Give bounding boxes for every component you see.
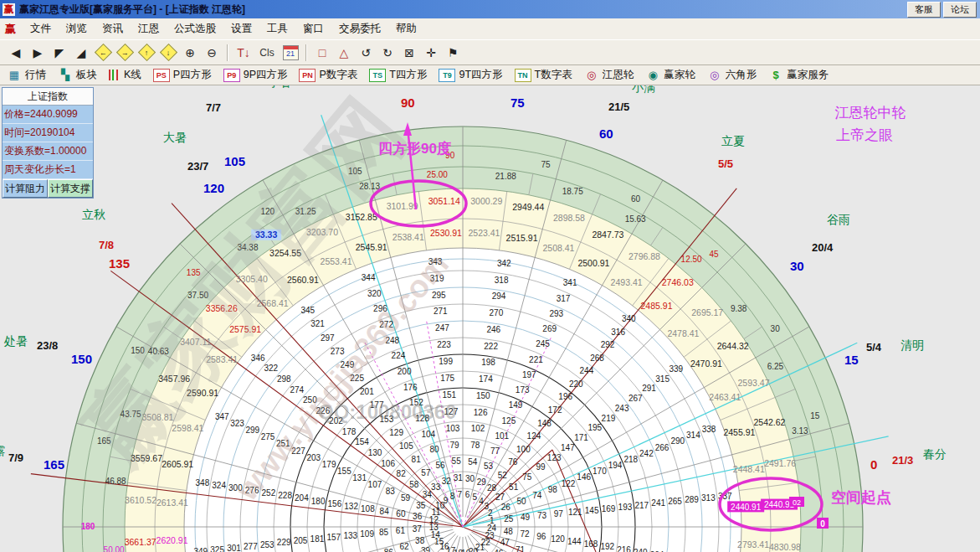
tool-sectors[interactable]: ▚板块 (58, 68, 97, 82)
tool-winner-service[interactable]: $赢家服务 (768, 68, 829, 82)
spiral-number: 338 (702, 425, 716, 434)
tool-t-square[interactable]: TST四方形 (369, 68, 427, 82)
tool-9t-square[interactable]: T99T四方形 (439, 68, 502, 82)
9p-square-icon: P9 (223, 69, 240, 82)
spiral-number: 4 (479, 497, 484, 506)
tool-hexagon[interactable]: ◎六角形 (707, 68, 757, 82)
menu-item-江恩[interactable]: 江恩 (131, 20, 167, 38)
eye-annotation-line1: 江恩轮中轮 (835, 105, 906, 121)
spiral-number: 325 (210, 545, 224, 552)
spiral-number: 294 (492, 291, 506, 301)
spiral-number: 27 (495, 493, 505, 502)
origin-price-value: 2440.91 (731, 503, 762, 512)
date-label: 5/5 (718, 157, 733, 170)
tool-winner-wheel[interactable]: ◉赢家轮 (645, 68, 695, 82)
menu-item-公式选股[interactable]: 公式选股 (167, 20, 223, 38)
spiral-number: 174 (479, 374, 493, 384)
solar-term-label: 白露 (0, 444, 5, 457)
spiral-number: 151 (442, 390, 456, 400)
spiral-number: 130 (368, 448, 382, 457)
outer-angle-label: 90 (401, 95, 415, 110)
cursor-up-button[interactable]: ◤ (49, 44, 69, 62)
zoom-out-button[interactable]: ⊖ (202, 44, 222, 62)
spiral-number: 216 (617, 545, 631, 552)
calendar-button[interactable]: 21 (280, 44, 300, 62)
price-inner-label: 2478.41 (667, 328, 699, 338)
cls-button[interactable]: Cls (255, 44, 279, 62)
cursor-down-button[interactable]: ◢ (71, 44, 91, 62)
calc-resistance-button[interactable]: 计算阻力 (3, 179, 48, 198)
pan-down-button[interactable]: ↓ (158, 44, 178, 62)
menu-item-帮助[interactable]: 帮助 (388, 20, 424, 38)
menu-item-交易委托[interactable]: 交易委托 (331, 20, 388, 38)
spiral-number: 219 (602, 414, 616, 423)
price-inner-label: 2470.91 (690, 359, 722, 369)
degree-label: 30 (771, 324, 781, 333)
menu-item-窗口[interactable]: 窗口 (295, 20, 331, 38)
percent-label: 9.38 (731, 304, 747, 313)
menu-item-设置[interactable]: 设置 (223, 20, 259, 38)
forum-button[interactable]: 论坛 (943, 2, 977, 18)
price-outer-label: 2593.47 (738, 378, 770, 388)
price-outer-label: 3000.29 (470, 196, 502, 206)
flag-tool-button[interactable]: ⚑ (443, 44, 463, 62)
index-field-2: 变换系数=1.00000 (3, 142, 93, 161)
spiral-number: 170 (593, 467, 607, 476)
window-title: 赢家江恩专业版[赢家服务平台] - [上证指数 江恩轮] (19, 3, 245, 17)
menu-item-浏览[interactable]: 浏览 (59, 20, 95, 38)
square-tool-button[interactable]: □ (312, 44, 332, 62)
spiral-number: 181 (310, 534, 325, 544)
toolbar-separator (305, 44, 307, 61)
spiral-number: 265 (668, 497, 682, 506)
crosshair-tool-button[interactable]: ✛ (421, 44, 441, 62)
tool-gann-wheel[interactable]: ◎江恩轮 (584, 68, 634, 82)
price-outer-label: 2491.76 (764, 458, 796, 468)
menu-item-资讯[interactable]: 资讯 (95, 20, 131, 38)
menu-item-工具[interactable]: 工具 (259, 20, 295, 38)
nav-back-button[interactable]: ◀ (6, 44, 26, 62)
calc-support-button[interactable]: 计算支撑 (48, 179, 93, 198)
spiral-number: 178 (342, 427, 357, 436)
triangle-tool-button[interactable]: △ (334, 44, 354, 62)
spiral-number: 61 (396, 526, 406, 535)
outer-angle-label: 60 (599, 126, 613, 141)
price-outer-label: 4830.98 (769, 542, 801, 552)
nav-forward-button[interactable]: ▶ (28, 44, 48, 62)
pan-right-button[interactable]: → (115, 44, 135, 62)
index-fields: 价格=2440.9099时间=20190104变换系数=1.00000周天变化步… (3, 106, 93, 179)
solar-term-label: 立秋 (82, 208, 105, 221)
spiral-number: 82 (397, 469, 407, 478)
9t-square-icon: T9 (439, 69, 455, 82)
sectors-icon: ▚ (58, 70, 73, 81)
spiral-number: 109 (360, 529, 374, 539)
tool-t-table[interactable]: TNT数字表 (515, 68, 572, 82)
spiral-number: 37 (413, 524, 423, 534)
menu-bar: 赢 文件浏览资讯江恩公式选股设置工具窗口交易委托帮助 (0, 18, 980, 40)
spiral-number: 169 (602, 504, 616, 513)
spiral-number: 25 (504, 514, 514, 524)
solar-term-label: 谷雨 (827, 213, 850, 226)
tool-p-table[interactable]: PNP数字表 (299, 68, 357, 82)
spiral-number: 51 (509, 482, 519, 492)
solar-term-label: 处暑 (3, 334, 28, 348)
pan-left-button[interactable]: ← (93, 44, 113, 62)
price-inner-label: 2463.41 (709, 392, 741, 402)
index-field-1: 时间=20190104 (3, 124, 93, 142)
zoom-in-button[interactable]: ⊕ (180, 44, 200, 62)
tool-quotes[interactable]: ▦行情 (7, 68, 46, 82)
box-x-tool-button[interactable]: ⊠ (399, 44, 419, 62)
rotate-ccw-button[interactable]: ↺ (356, 44, 376, 62)
tool-kline[interactable]: K线 (109, 68, 141, 82)
t-updown-button[interactable]: T↓ (233, 44, 254, 62)
menu-item-文件[interactable]: 文件 (23, 20, 59, 38)
pan-up-button[interactable]: ↑ (136, 44, 156, 62)
tool-p-square[interactable]: PSP四方形 (153, 68, 212, 82)
spiral-number: 121 (568, 508, 582, 517)
outer-angle-label: 30 (790, 259, 804, 273)
rotate-cw-button[interactable]: ↻ (377, 44, 398, 62)
tool-9p-square[interactable]: P99P四方形 (223, 68, 288, 82)
customer-service-button[interactable]: 客服 (907, 2, 941, 18)
spiral-number: 289 (685, 495, 699, 504)
p-table-icon: PN (299, 69, 316, 82)
date-label: 7/9 (8, 451, 23, 464)
